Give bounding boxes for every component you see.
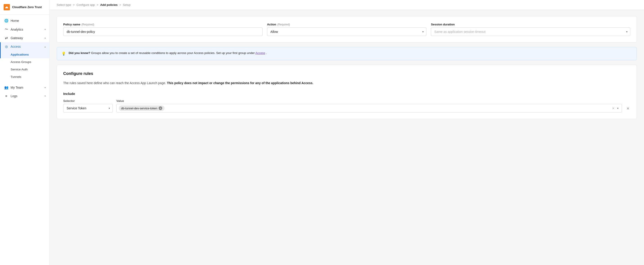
sidebar-sub-item-tunnels[interactable]: Tunnels xyxy=(0,73,49,80)
sidebar-sub-item-applications[interactable]: Applications xyxy=(0,51,49,58)
sidebar-item-analytics[interactable]: 〜 Analytics ▾ xyxy=(0,25,49,34)
session-duration-label: Session duration xyxy=(431,23,630,26)
policy-form-card: Policy name (Required) Action (Required)… xyxy=(57,16,637,42)
configure-description: The rules saved here define who can reac… xyxy=(63,80,630,86)
sidebar-sub-item-label: Tunnels xyxy=(10,75,22,78)
breadcrumb-step-2[interactable]: Configure app xyxy=(76,3,95,6)
value-dropdown-button[interactable]: ▾ xyxy=(616,106,620,110)
logo-text: Cloudflare Zero Trust xyxy=(12,6,42,9)
token-chip: db-tunnel-dev-service-token ✕ xyxy=(119,106,164,111)
sidebar-sub-item-label: Access Groups xyxy=(10,60,31,64)
selector-col: Selector Service Token ▾ xyxy=(63,99,113,112)
clear-value-button[interactable]: ✕ xyxy=(611,106,616,110)
sidebar-sub-item-label: Service Auth xyxy=(10,68,28,71)
configure-rules-card: Configure rules The rules saved here def… xyxy=(57,65,637,119)
breadcrumb: Select type > Configure app > Add polici… xyxy=(50,0,644,10)
access-icon: ◎ xyxy=(4,44,8,48)
value-col: Value db-tunnel-dev-service-token ✕ ✕ ▾ xyxy=(116,99,622,112)
value-label: Value xyxy=(116,99,622,102)
rule-row: Selector Service Token ▾ Value db-tunnel… xyxy=(63,99,630,112)
policy-name-label: Policy name (Required) xyxy=(63,23,262,26)
token-value-actions: ✕ ▾ xyxy=(611,106,620,110)
sidebar: Cloudflare Zero Trust 🌐 Home 〜 Analytics… xyxy=(0,0,50,265)
card-title: Configure rules xyxy=(63,71,630,76)
token-value: db-tunnel-dev-service-token xyxy=(121,107,157,110)
policy-form-row: Policy name (Required) Action (Required)… xyxy=(63,23,630,36)
main-content: Select type > Configure app > Add polici… xyxy=(50,0,644,265)
chevron-down-icon: ▾ xyxy=(44,37,46,39)
chevron-up-icon: ▴ xyxy=(44,46,46,48)
breadcrumb-step-4[interactable]: Setup xyxy=(123,3,130,6)
sidebar-item-label: Gateway xyxy=(10,36,23,40)
info-banner: 💡 Did you know? Groups allow you to crea… xyxy=(57,47,637,60)
cloudflare-icon xyxy=(4,4,10,10)
page-content: Policy name (Required) Action (Required)… xyxy=(50,10,644,130)
access-link[interactable]: Access xyxy=(256,51,265,55)
info-text: Did you know? Groups allow you to create… xyxy=(69,51,267,55)
session-duration-group: Session duration Same as application ses… xyxy=(431,23,630,36)
action-select-wrapper: Allow ▾ xyxy=(267,28,427,36)
policy-name-input[interactable] xyxy=(63,28,262,36)
action-group: Action (Required) Allow ▾ xyxy=(267,23,427,36)
selector-select-wrapper: Service Token ▾ xyxy=(63,104,113,112)
breadcrumb-separator: > xyxy=(73,3,75,6)
token-value-container: db-tunnel-dev-service-token ✕ ✕ ▾ xyxy=(116,104,622,112)
session-select-wrapper: Same as application session timeout ▾ xyxy=(431,28,630,36)
sidebar-item-label: Logs xyxy=(10,94,17,98)
chevron-down-icon: ▾ xyxy=(44,95,46,97)
include-section-title: Include xyxy=(63,92,630,96)
team-icon: 👥 xyxy=(4,86,8,90)
remove-rule-row-button[interactable]: ✕ xyxy=(626,106,630,112)
chevron-down-icon: ▾ xyxy=(44,86,46,89)
breadcrumb-separator: > xyxy=(119,3,121,6)
sidebar-item-logs[interactable]: ≡ Logs ▾ xyxy=(0,92,49,100)
sidebar-item-label: Home xyxy=(10,19,19,22)
action-select[interactable]: Allow xyxy=(267,28,427,36)
sidebar-item-my-team[interactable]: 👥 My Team ▾ xyxy=(0,83,49,92)
home-icon: 🌐 xyxy=(4,19,8,23)
sidebar-item-label: My Team xyxy=(10,86,24,89)
logo[interactable]: Cloudflare Zero Trust xyxy=(0,0,49,14)
logs-icon: ≡ xyxy=(4,94,8,98)
chevron-down-icon: ▾ xyxy=(44,28,46,30)
sidebar-item-access[interactable]: ◎ Access ▴ xyxy=(0,42,49,51)
breadcrumb-step-1[interactable]: Select type xyxy=(57,3,71,6)
sidebar-sub-item-label: Applications xyxy=(10,53,29,56)
breadcrumb-step-3-current: Add policies xyxy=(100,3,118,6)
sidebar-item-label: Analytics xyxy=(10,28,23,31)
lightbulb-icon: 💡 xyxy=(62,51,66,56)
sidebar-item-home[interactable]: 🌐 Home xyxy=(0,16,49,25)
remove-token-button[interactable]: ✕ xyxy=(159,106,162,110)
breadcrumb-separator: > xyxy=(97,3,98,6)
selector-label: Selector xyxy=(63,99,113,102)
policy-name-group: Policy name (Required) xyxy=(63,23,262,36)
sidebar-item-gateway[interactable]: ⇄ Gateway ▾ xyxy=(0,34,49,42)
session-duration-select[interactable]: Same as application session timeout xyxy=(431,28,630,36)
sidebar-navigation: 🌐 Home 〜 Analytics ▾ ⇄ Gateway ▾ ◎ Acces… xyxy=(0,14,49,265)
action-label: Action (Required) xyxy=(267,23,427,26)
sidebar-sub-item-service-auth[interactable]: Service Auth xyxy=(0,66,49,73)
sidebar-sub-item-access-groups[interactable]: Access Groups xyxy=(0,58,49,66)
sidebar-item-label: Access xyxy=(10,45,21,48)
selector-select[interactable]: Service Token xyxy=(63,104,113,112)
analytics-icon: 〜 xyxy=(4,27,8,32)
gateway-icon: ⇄ xyxy=(4,36,8,40)
